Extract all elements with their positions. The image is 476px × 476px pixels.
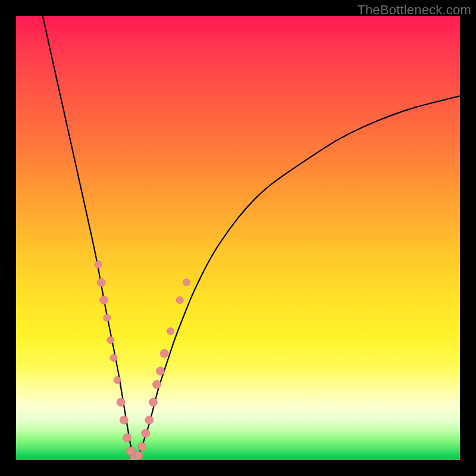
curve-marker	[104, 314, 111, 321]
curve-marker	[120, 416, 128, 424]
curve-marker	[114, 377, 121, 384]
curve-marker	[149, 398, 158, 406]
marker-group	[95, 261, 190, 460]
curve-marker	[167, 328, 174, 335]
bottleneck-curve	[43, 16, 460, 458]
curve-marker	[145, 416, 154, 424]
watermark-text: TheBottleneck.com	[357, 2, 471, 18]
curve-marker	[117, 398, 125, 406]
curve-marker	[160, 349, 168, 358]
curve-marker	[156, 367, 165, 375]
curve-marker	[123, 434, 131, 442]
curve-marker	[176, 296, 183, 303]
curve-marker	[100, 296, 108, 304]
curve-marker	[138, 443, 146, 451]
curve-marker	[97, 278, 105, 287]
curve-marker	[110, 354, 117, 361]
curve-marker	[153, 380, 161, 389]
curve-marker	[142, 429, 150, 437]
chart-stage: TheBottleneck.com	[0, 0, 476, 476]
curve-marker	[134, 452, 143, 460]
curve-marker	[107, 337, 114, 344]
curve-marker	[183, 279, 190, 286]
curve-layer	[16, 16, 460, 460]
plot-area	[16, 16, 460, 460]
curve-marker	[95, 261, 102, 268]
